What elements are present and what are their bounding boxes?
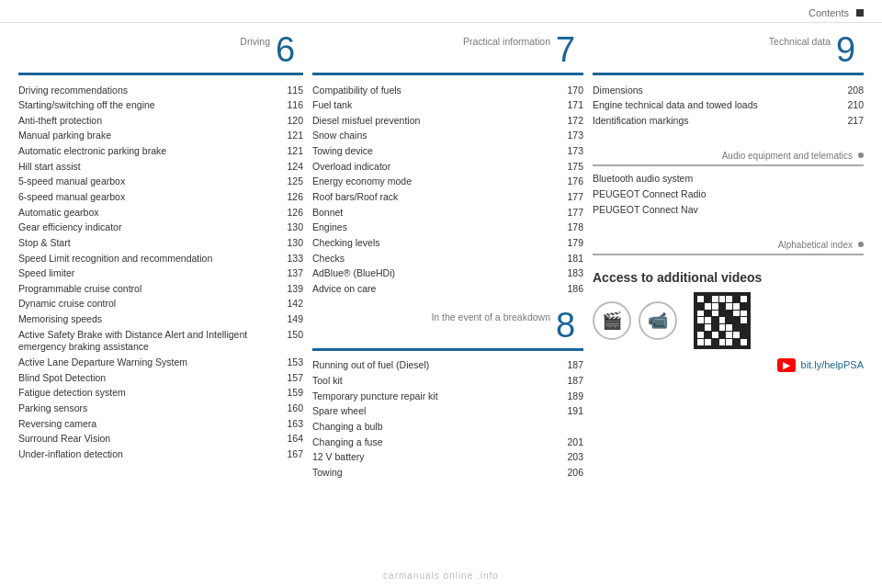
toc-item-text: Advice on care xyxy=(312,283,560,296)
index-section-title: Alphabetical index xyxy=(593,240,858,250)
toc-item-page: 208 xyxy=(841,85,864,97)
practical-toc-list: Compatibility of fuels170Fuel tank171Die… xyxy=(312,83,583,297)
toc-item-page: 176 xyxy=(560,175,583,188)
toc-item-page xyxy=(841,188,864,201)
toc-item-text: Engines xyxy=(312,221,560,234)
toc-item-page: 183 xyxy=(560,267,583,280)
toc-item-page: 133 xyxy=(280,253,303,266)
list-item: Dimensions208 xyxy=(593,83,864,98)
toc-item-page: 124 xyxy=(280,161,303,174)
toc-item-page: 201 xyxy=(560,436,583,449)
toc-item-text: Fatigue detection system xyxy=(18,387,280,400)
breakdown-section-title: In the event of a breakdown xyxy=(312,308,556,322)
list-item: Blind Spot Detection157 xyxy=(18,370,303,386)
audio-section-header: Audio equipment and telematics xyxy=(593,151,864,161)
toc-item-page: 121 xyxy=(280,145,303,158)
toc-item-text: Snow chains xyxy=(312,130,560,142)
technical-column: Technical data 9 Dimensions208Engine tec… xyxy=(593,32,864,572)
toc-item-page: 139 xyxy=(280,283,303,296)
list-item: Engine technical data and towed loads210 xyxy=(593,98,864,114)
toc-item-page: 187 xyxy=(560,359,583,372)
list-item: 5-speed manual gearbox125 xyxy=(18,175,303,190)
toc-item-page: 120 xyxy=(280,115,303,128)
toc-item-text: Manual parking brake xyxy=(18,130,280,142)
toc-item-text: Bonnet xyxy=(312,207,560,220)
list-item: Spare wheel191 xyxy=(312,404,583,420)
index-section-header: Alphabetical index xyxy=(593,240,864,250)
videos-icons: 🎬 📹 xyxy=(593,292,864,349)
video-icon-1: 🎬 xyxy=(593,301,631,340)
toc-item-text: 12 V battery xyxy=(312,451,560,464)
technical-section-bar xyxy=(593,73,864,75)
toc-item-text: Changing a bulb xyxy=(312,421,560,434)
toc-item-text: Anti-theft protection xyxy=(18,115,280,128)
list-item: Fuel tank171 xyxy=(312,98,583,114)
list-item: Checking levels179 xyxy=(312,235,583,251)
toc-item-page: 186 xyxy=(560,283,583,296)
list-item: Dynamic cruise control142 xyxy=(18,297,303,312)
technical-section-title: Technical data xyxy=(593,32,836,47)
page-header: Contents xyxy=(0,0,882,23)
list-item: Parking sensors160 xyxy=(18,401,303,416)
youtube-link[interactable]: ▶ bit.ly/helpPSA xyxy=(593,358,864,372)
toc-item-page: 153 xyxy=(280,356,303,369)
list-item: Advice on care186 xyxy=(312,281,583,297)
toc-item-text: Dynamic cruise control xyxy=(18,298,280,311)
list-item: Anti-theft protection120 xyxy=(18,113,303,129)
toc-item-text: Dimensions xyxy=(593,85,841,97)
header-square xyxy=(856,9,864,17)
access-videos-section: Access to additional videos 🎬 📹 xyxy=(593,270,864,372)
list-item: Speed limiter137 xyxy=(18,266,303,282)
list-item: Active Safety Brake with Distance Alert … xyxy=(18,327,303,355)
toc-item-page: 164 xyxy=(280,433,303,446)
list-item: Memorising speeds149 xyxy=(18,312,303,328)
header-title: Contents xyxy=(808,7,849,18)
toc-item-text: Changing a fuse xyxy=(312,436,560,449)
toc-item-page: 179 xyxy=(560,237,583,250)
toc-item-text: Bluetooth audio system xyxy=(593,173,841,186)
toc-item-text: Surround Rear Vision xyxy=(18,433,280,446)
toc-item-text: Reversing camera xyxy=(18,418,280,431)
list-item: Fatigue detection system159 xyxy=(18,386,303,401)
breakdown-toc-list: Running out of fuel (Diesel)187Tool kit1… xyxy=(312,358,583,481)
technical-section-number: 9 xyxy=(836,32,864,67)
toc-item-text: Roof bars/Roof rack xyxy=(312,191,560,204)
audio-section-dot xyxy=(858,153,864,158)
youtube-icon: ▶ xyxy=(777,358,796,372)
toc-item-page: 206 xyxy=(560,467,583,480)
list-item: Under-inflation detection167 xyxy=(18,447,303,462)
toc-item-page xyxy=(841,204,864,217)
toc-item-text: Speed limiter xyxy=(18,267,280,280)
toc-item-page: 175 xyxy=(560,161,583,174)
driving-section-bar xyxy=(18,73,303,75)
list-item: PEUGEOT Connect Nav xyxy=(593,202,864,218)
practical-section-bar xyxy=(312,73,583,75)
toc-item-text: Stop & Start xyxy=(18,237,280,250)
toc-item-page: 150 xyxy=(280,329,303,354)
list-item: Overload indicator175 xyxy=(312,159,583,175)
breakdown-section-number: 8 xyxy=(556,308,583,343)
toc-item-page: 187 xyxy=(560,375,583,388)
breakdown-section-header: In the event of a breakdown 8 xyxy=(312,308,583,343)
list-item: Towing device173 xyxy=(312,144,583,160)
toc-item-page: 160 xyxy=(280,402,303,415)
list-item: Running out of fuel (Diesel)187 xyxy=(312,358,583,374)
driving-section-title: Driving xyxy=(18,32,276,47)
toc-item-page: 189 xyxy=(560,390,583,403)
toc-item-text: Checking levels xyxy=(312,237,560,250)
list-item: Manual parking brake121 xyxy=(18,129,303,144)
list-item: Snow chains173 xyxy=(312,129,583,144)
toc-item-text: Programmable cruise control xyxy=(18,283,280,296)
toc-item-page: 177 xyxy=(560,191,583,204)
toc-item-page: 126 xyxy=(280,207,303,220)
qr-code xyxy=(694,292,751,349)
toc-item-text: Active Safety Brake with Distance Alert … xyxy=(18,329,280,354)
list-item: Changing a bulb xyxy=(312,420,583,435)
toc-item-text: Identification markings xyxy=(593,115,841,128)
toc-item-page: 163 xyxy=(280,418,303,431)
youtube-url[interactable]: bit.ly/helpPSA xyxy=(801,359,864,370)
list-item: Changing a fuse201 xyxy=(312,435,583,450)
watermark: carmanuals online .info xyxy=(383,571,499,581)
practical-section-title: Practical information xyxy=(312,32,556,47)
list-item: Energy economy mode176 xyxy=(312,175,583,190)
